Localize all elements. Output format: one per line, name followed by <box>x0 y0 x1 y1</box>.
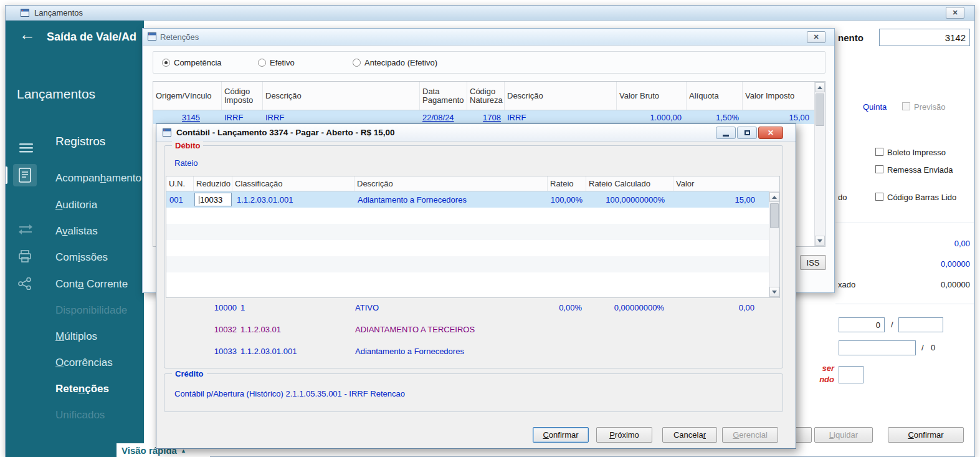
main-close-button[interactable]: ✕ <box>946 7 964 19</box>
cancelar-button[interactable]: Cancelar <box>662 427 717 443</box>
contabil-close-button[interactable]: ✕ <box>758 127 783 139</box>
scroll-up-button[interactable] <box>815 82 825 92</box>
radio-antecipado[interactable]: Antecipado (Efetivo) <box>353 58 437 67</box>
confirmar-button-main[interactable]: Confirmar <box>888 427 964 443</box>
sidebar-item-auditoria[interactable]: Auditoria <box>55 199 97 211</box>
warning-text-fragment-1: ser <box>797 363 834 373</box>
minimize-button[interactable] <box>716 127 736 139</box>
gerencial-button: Gerencial <box>722 427 778 443</box>
column-header-classificacao[interactable]: Classificação <box>232 176 354 191</box>
scroll-thumb[interactable] <box>816 94 824 126</box>
menu-toggle-icon[interactable] <box>19 143 33 155</box>
contabil-titlebar[interactable]: Contábil - Lançamento 3374 - Pagar - Abe… <box>156 124 796 142</box>
slash-separator: / <box>921 343 924 352</box>
value-field-1: 0,00 <box>915 239 970 248</box>
cell-valor-bruto: 1.000,00 <box>617 113 687 122</box>
column-header-codigo-imposto[interactable]: Código Imposto <box>222 82 263 110</box>
slash-separator: / <box>891 320 893 329</box>
credito-legend: Crédito <box>172 369 207 378</box>
column-header-un[interactable]: U.N. <box>166 176 194 191</box>
transfer-icon[interactable] <box>18 224 33 237</box>
summary-classificacao: 1.1.2.03.01.001 <box>240 347 297 356</box>
value-field-3: 0,00000 <box>915 280 970 289</box>
sidebar-item-comissoes[interactable]: Comissões <box>55 251 108 264</box>
contabil-grid-header: U.N. Reduzido Classificação Descrição Ra… <box>166 176 779 191</box>
radio-label: Competência <box>174 58 222 67</box>
sidebar-item-retencoes[interactable]: Retenções <box>55 383 109 395</box>
scroll-up-button[interactable] <box>769 192 779 202</box>
quinta-label: Quinta <box>863 102 887 112</box>
contabil-grid-scrollbar <box>769 191 779 297</box>
sidebar-item-avalistas[interactable]: Avalistas <box>55 225 98 238</box>
column-header-codigo-natureza[interactable]: Código Natureza <box>467 82 505 110</box>
cell-classificacao: 1.1.2.03.01.001 <box>232 195 354 204</box>
contabil-grid-row[interactable]: 001 10033 1.1.2.03.01.001 Adiantamento a… <box>166 191 779 208</box>
separator <box>835 223 974 223</box>
maximize-button[interactable] <box>737 127 757 139</box>
retencoes-grid-row[interactable]: 3145 IRRF IRRF 22/08/24 1708 IRRF 1.000,… <box>153 110 825 124</box>
back-arrow-button[interactable]: ← <box>19 26 36 43</box>
sidebar-section-label: Registros <box>55 135 105 148</box>
fraction-field-a[interactable] <box>839 317 885 332</box>
iss-button[interactable]: ISS <box>800 255 826 270</box>
column-header-rateio[interactable]: Rateio <box>548 176 586 191</box>
column-header-rateio-calculado[interactable]: Rateio Calculado <box>586 176 673 191</box>
radio-dot <box>353 59 361 67</box>
radio-competencia[interactable]: Competência <box>162 58 222 67</box>
sidebar-item-multiplos[interactable]: Múltiplos <box>55 330 97 343</box>
document-number-field[interactable] <box>879 29 970 46</box>
form-icon <box>21 9 29 19</box>
scroll-thumb[interactable] <box>770 203 779 228</box>
main-window-titlebar[interactable]: Lançamentos <box>6 6 974 21</box>
column-header-reduzido[interactable]: Reduzido <box>194 176 232 191</box>
boleto-impresso-checkbox[interactable] <box>875 148 883 156</box>
column-header-descricao-1[interactable]: Descrição <box>263 82 420 110</box>
sidebar-item-ocorrencias[interactable]: Ocorrências <box>55 357 113 369</box>
retencoes-close-button[interactable]: ✕ <box>807 31 825 43</box>
credito-account-text: Contábil p/Abertura (Histórico) 2.1.1.05… <box>174 389 405 398</box>
journal-icon <box>19 168 31 183</box>
radio-label: Efetivo <box>270 58 295 67</box>
scroll-down-button[interactable] <box>815 236 825 246</box>
cell-rateio: 100,00% <box>548 195 586 204</box>
summary-rateio: 0,00% <box>532 303 582 312</box>
remessa-enviada-label: Remessa Enviada <box>887 165 953 175</box>
summary-valor: 0,00 <box>698 303 754 312</box>
summary-classificacao: 1 <box>240 303 245 312</box>
column-header-valor[interactable]: Valor <box>673 176 770 191</box>
reduzido-cell-editor[interactable]: 10033 <box>194 193 232 206</box>
boleto-impresso-label: Boleto Impresso <box>887 148 946 157</box>
remessa-enviada-checkbox[interactable] <box>875 165 883 173</box>
share-icon[interactable] <box>18 277 32 292</box>
proximo-button[interactable]: Próximo <box>596 427 652 443</box>
column-header-aliquota[interactable]: Alíquota <box>687 82 743 110</box>
column-header-descricao-2[interactable]: Descrição <box>505 82 617 110</box>
wide-field[interactable] <box>839 340 916 355</box>
zero-label: 0 <box>931 343 935 352</box>
sidebar: ← Saída de Vale/Ad Lançamentos Registros… <box>6 21 144 457</box>
column-header-origem-vinculo[interactable]: Origem/Vínculo <box>153 82 222 110</box>
column-header-data-pagamento[interactable]: Data Pagamento <box>420 82 467 110</box>
column-header-descricao[interactable]: Descrição <box>354 176 548 191</box>
retencoes-titlebar[interactable]: Retenções <box>143 29 834 46</box>
contabil-window-title: Contábil - Lançamento 3374 - Pagar - Abe… <box>176 128 395 137</box>
column-header-valor-bruto[interactable]: Valor Bruto <box>617 82 687 110</box>
printer-icon[interactable] <box>18 250 32 264</box>
radio-efetivo[interactable]: Efetivo <box>258 58 295 67</box>
sidebar-item-conta-corrente[interactable]: Conta Corrente <box>55 278 128 291</box>
confirmar-button[interactable]: Confirmar <box>533 427 589 443</box>
maximize-icon <box>745 130 750 135</box>
small-field[interactable] <box>839 366 863 383</box>
codigo-barras-checkbox[interactable] <box>875 193 883 201</box>
column-header-valor-imposto[interactable]: Valor Imposto <box>743 82 816 110</box>
scroll-down-button[interactable] <box>769 287 779 297</box>
reduzido-value: 10033 <box>200 195 222 204</box>
empty-grid-row <box>166 272 779 289</box>
empty-grid-row <box>166 224 779 240</box>
account-summary-row: 10032 1.1.2.03.01 ADIANTAMENTO A TERCEIR… <box>164 325 783 337</box>
fraction-field-b[interactable] <box>898 317 943 332</box>
journal-icon-button[interactable] <box>13 164 37 186</box>
screen: Lançamentos ✕ ← Saída de Vale/Ad Lançame… <box>0 0 980 457</box>
debito-groupbox: Débito Rateio U.N. Reduzido Classificaçã… <box>164 145 783 368</box>
sidebar-item-acompanhamento[interactable]: Acompanhamento <box>55 172 141 185</box>
